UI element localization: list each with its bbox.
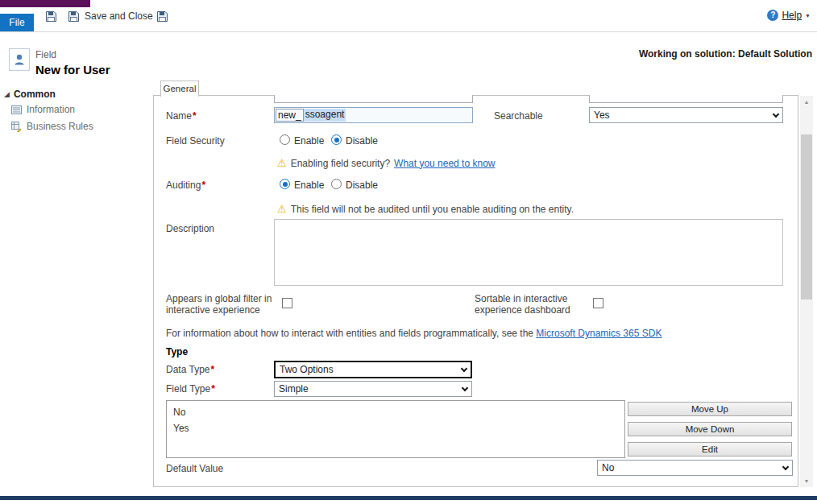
help-icon: ? — [767, 10, 778, 21]
form-panel: Name* new_ ssoagent Searchable Yes Field… — [153, 95, 798, 487]
field-security-enable-radio[interactable] — [280, 134, 290, 145]
name-label: Name* — [166, 110, 197, 122]
field-type-value: Simple — [279, 383, 309, 395]
field-entity-icon — [9, 48, 30, 71]
file-tab[interactable]: File — [0, 14, 34, 31]
required-marker: * — [210, 364, 214, 375]
description-label: Description — [166, 223, 214, 234]
global-filter-checkbox[interactable] — [282, 298, 292, 308]
global-filter-label: Appears in global filter in interactive … — [166, 293, 275, 316]
name-prefix: new_ — [276, 109, 304, 122]
sidebar-item-business-rules[interactable]: Business Rules — [11, 121, 93, 132]
auditing-disable-label: Disable — [346, 180, 378, 191]
entity-type-label: Field — [35, 49, 56, 60]
sortable-label: Sortable in interactive experience dashb… — [475, 293, 595, 316]
information-icon — [11, 105, 22, 115]
clipped-input-right[interactable] — [589, 95, 783, 103]
scroll-up-icon[interactable]: ▲ — [800, 96, 813, 108]
warning-text: This field will not be audited until you… — [291, 204, 574, 215]
edit-button[interactable]: Edit — [628, 442, 792, 456]
move-down-button[interactable]: Move Down — [628, 422, 792, 436]
save-and-close-button[interactable]: Save and Close — [68, 9, 153, 23]
name-input[interactable]: new_ ssoagent — [274, 107, 473, 123]
required-marker: * — [193, 110, 197, 122]
scroll-down-icon[interactable]: ▼ — [800, 475, 813, 487]
save-icon — [45, 10, 57, 23]
auditing-enable-label: Enable — [294, 180, 324, 191]
field-security-disable-radio[interactable] — [331, 134, 342, 145]
chevron-down-icon: ▼ — [805, 13, 811, 19]
save-and-close-icon — [68, 10, 80, 23]
required-marker: * — [201, 180, 205, 191]
options-listbox[interactable]: No Yes — [166, 400, 625, 458]
sidebar-group-common[interactable]: ◢ Common — [4, 89, 56, 100]
save-button[interactable] — [45, 9, 57, 23]
scrollbar-thumb[interactable] — [801, 134, 812, 300]
window-titlebar-fragment — [0, 0, 90, 7]
footer-bar — [0, 496, 817, 500]
sdk-note-text: For information about how to interact wi… — [166, 328, 533, 339]
save-and-new-button[interactable] — [156, 9, 168, 23]
page-title: New for User — [35, 63, 110, 76]
sidebar-group-label: Common — [14, 89, 56, 100]
auditing-enable-radio[interactable] — [280, 179, 290, 189]
sdk-link[interactable]: Microsoft Dynamics 365 SDK — [536, 328, 661, 339]
warning-icon: ⚠ — [277, 203, 287, 215]
data-type-label: Data Type* — [166, 364, 214, 375]
field-security-disable-label: Disable — [346, 135, 378, 147]
clipped-input-left[interactable] — [274, 95, 473, 103]
chevron-down-icon — [769, 108, 782, 122]
working-on-solution: Working on solution: Default Solution — [639, 48, 812, 60]
chevron-down-icon — [457, 362, 471, 377]
searchable-label: Searchable — [494, 110, 543, 122]
type-section-heading: Type — [166, 346, 188, 357]
field-security-label: Field Security — [166, 135, 225, 147]
user-icon — [13, 53, 26, 66]
field-type-select[interactable]: Simple — [274, 381, 472, 397]
auditing-disable-radio[interactable] — [331, 179, 342, 189]
data-type-select[interactable]: Two Options — [274, 361, 472, 378]
option-item[interactable]: Yes — [167, 420, 624, 436]
crm-new-field-window: Save and Close ? Help ▼ File Field New f… — [0, 0, 817, 504]
option-item[interactable]: No — [167, 404, 624, 420]
field-security-enable-label: Enable — [294, 135, 324, 147]
toolbar-separator — [0, 31, 817, 32]
sidebar-item-information[interactable]: Information — [11, 104, 75, 115]
move-up-button[interactable]: Move Up — [628, 402, 792, 416]
chevron-down-icon — [458, 382, 471, 396]
chevron-down-icon — [778, 461, 792, 475]
business-rules-icon — [11, 122, 22, 132]
help-label: Help — [782, 10, 802, 21]
sidebar-item-label: Information — [27, 104, 75, 115]
auditing-warning: ⚠ This field will not be audited until y… — [277, 203, 574, 215]
searchable-select[interactable]: Yes — [589, 107, 783, 123]
auditing-label: Auditing* — [166, 180, 205, 191]
field-type-label: Field Type* — [166, 383, 215, 395]
warning-text: Enabling field security? — [291, 158, 390, 169]
warning-icon: ⚠ — [277, 157, 287, 169]
default-value: No — [602, 462, 614, 473]
help-menu[interactable]: ? Help ▼ — [767, 10, 811, 21]
field-security-warning: ⚠ Enabling field security? What you need… — [277, 157, 495, 169]
required-marker: * — [211, 383, 215, 395]
form-scrollbar[interactable]: ▲ ▼ — [800, 96, 813, 487]
default-value-label: Default Value — [166, 463, 223, 474]
field-security-help-link[interactable]: What you need to know — [394, 158, 495, 169]
save-and-new-icon — [156, 10, 168, 23]
sdk-note: For information about how to interact wi… — [166, 328, 661, 339]
description-textarea[interactable] — [274, 219, 783, 286]
collapse-icon: ◢ — [4, 90, 10, 98]
sidebar-item-label: Business Rules — [27, 121, 93, 132]
sortable-checkbox[interactable] — [593, 298, 603, 308]
searchable-value: Yes — [594, 109, 610, 121]
data-type-value: Two Options — [280, 364, 334, 375]
tab-general[interactable]: General — [160, 81, 199, 97]
save-and-close-label: Save and Close — [85, 10, 153, 22]
default-value-select[interactable]: No — [597, 460, 793, 476]
name-value: ssoagent — [304, 109, 346, 122]
